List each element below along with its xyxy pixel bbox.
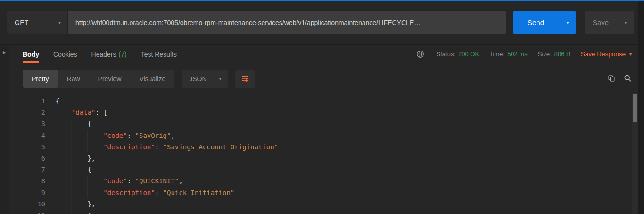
toolbar-right-icons	[608, 74, 632, 84]
line-number: 10	[9, 198, 45, 210]
line-number: 4	[9, 130, 45, 141]
search-button[interactable]	[624, 74, 632, 84]
tab-body[interactable]: Body	[23, 45, 39, 63]
code-line: "description": "Quick Initiation"	[56, 187, 632, 198]
time-badge: Time: 502 ms	[489, 51, 528, 58]
tab-label: Headers	[91, 51, 116, 58]
size-badge: Size: 806 B	[538, 51, 570, 58]
status-label: Status:	[437, 51, 455, 58]
wrap-text-icon	[241, 74, 249, 84]
save-button[interactable]: Save	[585, 11, 617, 34]
view-tab-pretty[interactable]: Pretty	[23, 70, 58, 88]
send-split-button: Send ▾	[513, 11, 576, 34]
headers-count-badge: (7)	[119, 51, 127, 58]
code-line: },	[56, 198, 632, 210]
save-options-button[interactable]: ▾	[617, 11, 634, 34]
code-line: {	[56, 164, 632, 175]
expand-sidebar-icon: ▶	[3, 51, 6, 55]
line-number: 8	[9, 175, 45, 187]
scrollbar-thumb[interactable]	[633, 94, 637, 122]
body-view-toolbar: Pretty Raw Preview Visualize JSON ▾	[23, 70, 632, 88]
line-number: 7	[9, 164, 45, 175]
copy-icon	[608, 75, 615, 84]
save-response-button[interactable]: Save Response ▾	[581, 51, 632, 58]
wrap-text-button[interactable]	[235, 70, 255, 88]
code-line: },	[56, 153, 632, 164]
view-tab-raw[interactable]: Raw	[58, 70, 89, 88]
code-line: {	[56, 95, 632, 107]
code-line: {	[56, 118, 632, 129]
code-line: "code": "SavOrig",	[56, 130, 632, 141]
line-number: 1	[9, 95, 45, 107]
tab-label: Body	[23, 51, 39, 58]
view-tab-preview[interactable]: Preview	[89, 70, 131, 88]
url-text: http://whf00dtm.in.oracle.com:7005/obrem…	[75, 19, 499, 26]
save-split-button: Save ▾	[585, 11, 634, 34]
code-scrollbar[interactable]	[632, 93, 638, 214]
response-tabs-row: Body Cookies Headers (7) Test Results St…	[9, 45, 638, 63]
code-line: "description": "Savings Account Originat…	[56, 141, 632, 153]
line-number: 9	[9, 187, 45, 198]
tab-headers[interactable]: Headers (7)	[91, 45, 127, 63]
line-number: 3	[9, 118, 45, 129]
postman-window: GET ▾ http://whf00dtm.in.oracle.com:7005…	[0, 0, 644, 214]
tab-cookies[interactable]: Cookies	[53, 45, 77, 63]
code-line: "code": "QUICKINIT",	[56, 175, 632, 187]
status-value: 200 OK	[458, 51, 479, 58]
request-bar: GET ▾ http://whf00dtm.in.oracle.com:7005…	[0, 1, 644, 45]
response-body-viewer[interactable]: 1234567891011 {"data": [{"code": "SavOri…	[9, 93, 632, 214]
line-number: 11	[9, 210, 45, 214]
tab-test-results[interactable]: Test Results	[141, 45, 177, 63]
chevron-down-icon: ▾	[566, 20, 569, 25]
chevron-down-icon: ▾	[219, 77, 222, 81]
line-number: 2	[9, 107, 45, 118]
code-line: "data": [	[56, 107, 632, 118]
url-group: GET ▾ http://whf00dtm.in.oracle.com:7005…	[7, 11, 506, 34]
size-label: Size:	[538, 51, 552, 58]
view-mode-group: Pretty Raw Preview Visualize	[23, 70, 174, 88]
format-label: JSON	[189, 75, 206, 83]
send-button[interactable]: Send	[513, 11, 559, 34]
chevron-down-icon: ▾	[58, 20, 61, 25]
chevron-down-icon: ▾	[629, 52, 632, 57]
method-dropdown[interactable]: GET ▾	[7, 11, 68, 34]
globe-icon[interactable]	[416, 50, 424, 58]
response-meta: Status: 200 OK Time: 502 ms Size: 806 B …	[416, 50, 638, 58]
code-line: {	[56, 210, 632, 214]
time-label: Time:	[489, 51, 504, 58]
size-value: 806 B	[554, 51, 570, 58]
send-options-button[interactable]: ▾	[559, 11, 576, 34]
format-dropdown[interactable]: JSON ▾	[182, 70, 228, 88]
view-tab-visualize[interactable]: Visualize	[130, 70, 174, 88]
line-numbers: 1234567891011	[9, 93, 45, 214]
status-badge: Status: 200 OK	[437, 51, 479, 58]
save-response-label: Save Response	[581, 51, 626, 58]
search-icon	[624, 74, 632, 84]
tab-label: Test Results	[141, 51, 177, 58]
url-input[interactable]: http://whf00dtm.in.oracle.com:7005/obrem…	[68, 11, 506, 34]
line-number: 6	[9, 153, 45, 164]
window-right-edge	[638, 1, 644, 214]
line-number: 5	[9, 141, 45, 153]
tab-label: Cookies	[53, 51, 77, 58]
copy-button[interactable]	[608, 75, 615, 84]
chevron-down-icon: ▾	[624, 20, 627, 25]
code-lines: {"data": [{"code": "SavOrig","descriptio…	[56, 93, 632, 214]
sidebar-collapse-rail[interactable]: ▶	[0, 45, 9, 214]
method-label: GET	[15, 19, 29, 26]
time-value: 502 ms	[507, 51, 528, 58]
